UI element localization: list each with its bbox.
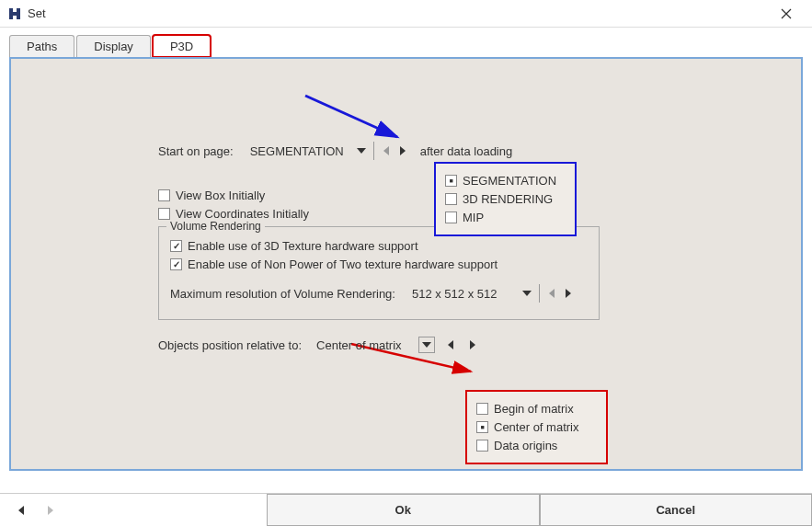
dropdown-option-segmentation[interactable]: SEGMENTATION: [445, 174, 566, 188]
dropdown-option-origins[interactable]: Data origins: [476, 439, 597, 452]
bottom-nav: [0, 494, 267, 526]
svg-line-5: [305, 96, 397, 137]
option-checkbox[interactable]: [476, 421, 488, 433]
view-coords-checkbox[interactable]: [158, 208, 170, 220]
start-on-page-suffix: after data loading: [420, 144, 512, 158]
option-label: MIP: [463, 211, 484, 224]
chevron-down-icon: [422, 342, 431, 348]
enable-npot-checkbox[interactable]: [170, 258, 182, 270]
dropdown-option-center[interactable]: Center of matrix: [476, 420, 597, 434]
page-prev-button[interactable]: [13, 502, 29, 519]
svg-rect-2: [9, 12, 20, 16]
chevron-left-icon: [549, 289, 555, 298]
option-label: Center of matrix: [494, 420, 578, 434]
enable-3d-texture-label: Enable use of 3D Texture hardware suppor…: [188, 239, 418, 253]
page-next-button[interactable]: [42, 502, 59, 519]
enable-npot-row: Enable use of Non Power of Two texture h…: [170, 257, 588, 271]
max-res-dropdown-button[interactable]: [519, 285, 535, 302]
volume-rendering-legend: Volume Rendering: [166, 220, 265, 233]
close-icon: [781, 8, 792, 19]
option-label: Data origins: [494, 439, 557, 452]
divider: [539, 284, 540, 303]
chevron-right-icon: [566, 289, 571, 298]
objects-position-dropdown-button[interactable]: [418, 337, 435, 353]
tab-paths[interactable]: Paths: [9, 35, 74, 57]
cancel-button[interactable]: Cancel: [540, 494, 813, 526]
bottom-bar: Ok Cancel: [0, 493, 812, 526]
objects-position-dropdown: Begin of matrix Center of matrix Data or…: [465, 390, 608, 464]
max-res-label: Maximum resolution of Volume Rendering:: [170, 287, 395, 301]
close-button[interactable]: [768, 1, 805, 27]
view-box-checkbox[interactable]: [158, 189, 170, 201]
objects-position-row: Objects position relative to: Center of …: [158, 337, 600, 353]
tabs-row: Paths Display P3D: [0, 28, 812, 57]
chevron-right-icon: [48, 506, 53, 515]
option-checkbox[interactable]: [445, 175, 457, 187]
objects-position-value: Center of matrix: [316, 338, 401, 352]
objects-position-label: Objects position relative to:: [158, 338, 302, 352]
start-on-page-label: Start on page:: [158, 144, 234, 158]
chevron-left-icon: [18, 506, 24, 515]
ok-button[interactable]: Ok: [267, 494, 540, 526]
dropdown-option-3drendering[interactable]: 3D RENDERING: [445, 192, 566, 206]
view-box-label: View Box Initially: [176, 189, 265, 202]
app-icon: [7, 6, 22, 21]
start-on-page-value: SEGMENTATION: [250, 144, 344, 158]
enable-3d-texture-checkbox[interactable]: [170, 240, 182, 252]
start-on-page-row: Start on page: SEGMENTATION after data l…: [158, 142, 600, 160]
option-checkbox[interactable]: [476, 440, 488, 452]
divider: [373, 142, 374, 160]
option-label: SEGMENTATION: [463, 174, 556, 188]
max-res-value: 512 x 512 x 512: [412, 287, 497, 301]
enable-npot-label: Enable use of Non Power of Two texture h…: [188, 257, 497, 271]
tab-p3d[interactable]: P3D: [153, 35, 211, 57]
option-label: Begin of matrix: [494, 402, 574, 416]
view-coords-label: View Coordinates Initially: [176, 207, 309, 221]
max-res-row: Maximum resolution of Volume Rendering: …: [170, 284, 588, 303]
tab-display[interactable]: Display: [76, 35, 151, 57]
settings-panel: Start on page: SEGMENTATION after data l…: [9, 57, 803, 471]
option-checkbox[interactable]: [445, 193, 457, 205]
window-title: Set: [28, 6, 768, 20]
enable-3d-texture-row: Enable use of 3D Texture hardware suppor…: [170, 239, 588, 253]
objects-position-prev-button[interactable]: [442, 337, 459, 353]
titlebar: Set: [0, 0, 812, 28]
start-on-page-prev-button[interactable]: [378, 143, 395, 159]
dropdown-option-begin[interactable]: Begin of matrix: [476, 402, 597, 416]
dropdown-option-mip[interactable]: MIP: [445, 211, 566, 224]
chevron-down-icon: [522, 291, 532, 296]
volume-rendering-fieldset: Volume Rendering Enable use of 3D Textur…: [158, 226, 600, 320]
start-on-page-dropdown-button[interactable]: [353, 143, 370, 159]
chevron-right-icon: [400, 146, 406, 155]
option-checkbox[interactable]: [445, 212, 457, 223]
chevron-left-icon: [383, 146, 389, 155]
chevron-down-icon: [357, 148, 366, 154]
objects-position-next-button[interactable]: [464, 337, 481, 353]
max-res-next-button[interactable]: [560, 285, 577, 302]
option-label: 3D RENDERING: [463, 192, 553, 206]
chevron-left-icon: [448, 340, 453, 349]
start-on-page-next-button[interactable]: [395, 143, 411, 159]
option-checkbox[interactable]: [476, 403, 488, 415]
start-on-page-dropdown: SEGMENTATION 3D RENDERING MIP: [434, 162, 577, 236]
chevron-right-icon: [470, 340, 475, 349]
max-res-prev-button[interactable]: [543, 285, 560, 302]
